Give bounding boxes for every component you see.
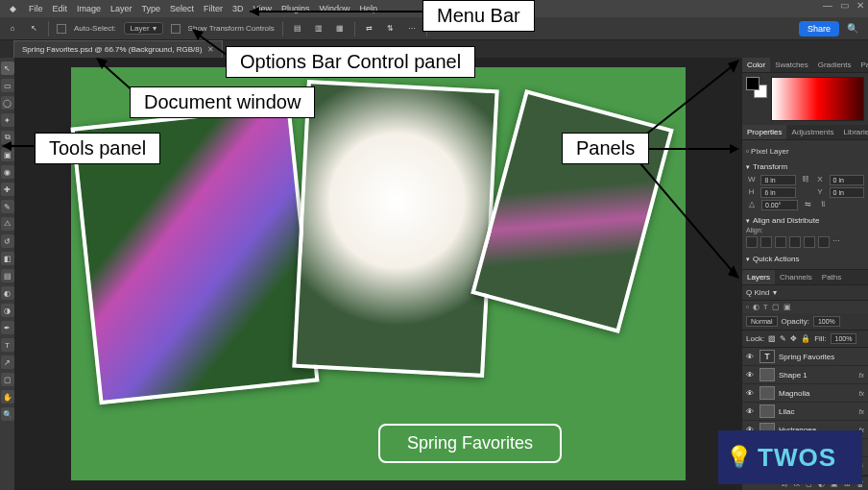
pen-tool[interactable]: ✒ <box>1 321 14 334</box>
tab-properties[interactable]: Properties <box>742 125 786 139</box>
eraser-tool[interactable]: ◧ <box>1 252 14 265</box>
menu-3d[interactable]: 3D <box>232 4 244 13</box>
visibility-icon[interactable]: 👁 <box>746 407 756 416</box>
distribute-v-icon[interactable]: ⇅ <box>384 22 398 36</box>
fg-bg-swatch[interactable] <box>746 77 767 98</box>
marquee-tool[interactable]: ▭ <box>1 79 14 92</box>
layer-row[interactable]: 👁TSpring Favorites <box>742 348 868 366</box>
stamp-tool[interactable]: ⧍ <box>1 217 14 231</box>
opacity-field[interactable]: 100% <box>813 316 840 327</box>
align-more-icon[interactable]: ⋯ <box>832 236 840 248</box>
move-tool[interactable]: ↖ <box>1 61 14 75</box>
kind-dropdown-icon[interactable]: ▾ <box>773 288 777 297</box>
heal-tool[interactable]: ✚ <box>1 183 14 196</box>
align-l-button[interactable] <box>746 236 758 248</box>
filter-pixel-icon[interactable]: ▫ <box>746 303 749 311</box>
align-b-button[interactable] <box>818 236 830 248</box>
separator <box>48 21 49 37</box>
filter-shape-icon[interactable]: ▢ <box>772 303 780 311</box>
window-controls: — ▭ ✕ <box>823 0 864 11</box>
angle-field[interactable]: 0.00° <box>761 200 798 210</box>
autoselect-mode-dropdown[interactable]: Layer▾ <box>124 22 163 35</box>
visibility-icon[interactable]: 👁 <box>746 353 756 361</box>
layer-row[interactable]: 👁Shape 1fx <box>742 366 868 384</box>
tab-paths[interactable]: Paths <box>817 270 846 284</box>
filter-adjust-icon[interactable]: ◐ <box>753 303 760 311</box>
align-t-button[interactable] <box>789 236 801 248</box>
y-field[interactable]: 0 in <box>830 187 864 198</box>
gradient-tool[interactable]: ▤ <box>1 269 14 282</box>
tab-channels[interactable]: Channels <box>775 270 817 284</box>
color-spectrum[interactable] <box>771 77 864 121</box>
lock-pixels-icon[interactable]: ✎ <box>780 334 786 343</box>
restore-icon[interactable]: ▭ <box>840 0 849 11</box>
tab-gradients[interactable]: Gradients <box>813 58 856 72</box>
lasso-tool[interactable]: ◯ <box>1 96 14 110</box>
menu-edit[interactable]: Edit <box>53 4 68 13</box>
align-left-icon[interactable]: ▤ <box>291 22 304 36</box>
filter-smart-icon[interactable]: ▣ <box>784 303 791 311</box>
autoselect-checkbox[interactable] <box>57 24 66 34</box>
lock-position-icon[interactable]: ✥ <box>790 334 797 343</box>
menu-layer[interactable]: Layer <box>110 4 133 13</box>
menu-filter[interactable]: Filter <box>204 4 223 13</box>
filter-type-icon[interactable]: T <box>763 303 768 311</box>
history-brush-tool[interactable]: ↺ <box>1 234 14 248</box>
menu-select[interactable]: Select <box>170 4 194 13</box>
fill-field[interactable]: 100% <box>831 333 857 344</box>
blend-mode-dropdown[interactable]: Normal <box>746 316 778 327</box>
height-field[interactable]: 6 in <box>760 187 795 198</box>
tab-swatches[interactable]: Swatches <box>770 58 813 72</box>
align-center-icon[interactable]: ▥ <box>312 22 326 36</box>
minimize-icon[interactable]: — <box>823 0 832 11</box>
share-button[interactable]: Share <box>799 21 839 37</box>
wand-tool[interactable]: ✦ <box>1 113 14 127</box>
path-tool[interactable]: ↗ <box>1 355 14 369</box>
more-icon[interactable]: ⋯ <box>405 22 419 36</box>
blur-tool[interactable]: ◐ <box>1 286 14 300</box>
transform-checkbox[interactable] <box>171 24 181 34</box>
align-section-header[interactable]: Align and Distribute <box>746 212 864 227</box>
align-cv-button[interactable] <box>804 236 815 248</box>
brush-tool[interactable]: ✎ <box>1 200 14 213</box>
menu-file[interactable]: File <box>29 4 43 13</box>
tab-libraries[interactable]: Libraries <box>839 125 869 139</box>
photo-magnolia[interactable] <box>292 80 498 378</box>
hand-tool[interactable]: ✋ <box>1 390 14 404</box>
home-icon[interactable]: ⌂ <box>6 22 19 36</box>
tab-layers[interactable]: Layers <box>742 270 775 284</box>
flip-v-icon[interactable]: ⥮ <box>817 200 829 210</box>
quick-actions-header[interactable]: Quick Actions <box>746 251 864 265</box>
align-ch-button[interactable] <box>760 236 772 248</box>
shape-tool[interactable]: ▢ <box>1 373 14 386</box>
close-icon[interactable]: ✕ <box>856 0 864 11</box>
lock-all-icon[interactable]: 🔒 <box>801 334 810 343</box>
document-window[interactable]: Spring Favorites <box>15 58 741 490</box>
lock-transparency-icon[interactable]: ▨ <box>768 334 776 343</box>
dodge-tool[interactable]: ◑ <box>1 304 14 317</box>
menu-image[interactable]: Image <box>77 4 101 13</box>
width-field[interactable]: 8 in <box>760 175 795 185</box>
tab-color[interactable]: Color <box>742 58 770 72</box>
tab-adjustments[interactable]: Adjustments <box>786 125 838 139</box>
zoom-tool[interactable]: 🔍 <box>1 407 14 421</box>
flip-h-icon[interactable]: ⇋ <box>802 200 813 210</box>
tab-patterns[interactable]: Patterns <box>856 58 869 72</box>
eyedropper-tool[interactable]: ◉ <box>1 165 14 179</box>
canvas-title-box[interactable]: Spring Favorites <box>378 424 562 463</box>
menu-type[interactable]: Type <box>142 4 161 13</box>
align-r-button[interactable] <box>775 236 786 248</box>
distribute-h-icon[interactable]: ⇄ <box>363 22 376 36</box>
layer-row[interactable]: 👁Magnoliafx <box>742 384 868 403</box>
transform-section-header[interactable]: Transform <box>746 159 864 173</box>
visibility-icon[interactable]: 👁 <box>746 389 756 398</box>
x-field[interactable]: 0 in <box>830 175 864 185</box>
visibility-icon[interactable]: 👁 <box>746 371 756 380</box>
fg-color-swatch[interactable] <box>746 77 760 90</box>
canvas[interactable]: Spring Favorites <box>71 67 686 480</box>
search-icon[interactable]: 🔍 <box>847 23 858 34</box>
align-right-icon[interactable]: ▦ <box>333 22 347 36</box>
layer-row[interactable]: 👁Lilacfx <box>742 403 868 421</box>
link-icon[interactable]: ⛓ <box>800 175 810 185</box>
type-tool[interactable]: T <box>1 338 14 352</box>
